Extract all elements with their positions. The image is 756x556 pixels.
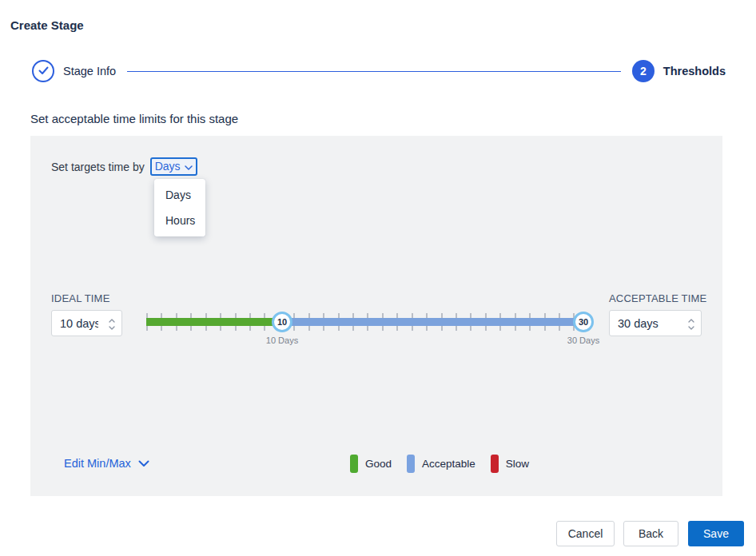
legend-item-slow: Slow xyxy=(491,455,529,473)
unit-select-value: Days xyxy=(155,160,181,173)
slider-handle-ideal-label: 10 Days xyxy=(266,336,298,345)
decrement-icon[interactable] xyxy=(109,324,115,330)
legend-label: Good xyxy=(365,458,392,470)
increment-icon[interactable] xyxy=(688,317,694,323)
chevron-down-icon xyxy=(138,457,149,470)
acceptable-time-field xyxy=(609,310,702,336)
step-stage-info[interactable]: Stage Info xyxy=(32,60,116,82)
threshold-legend: Good Acceptable Slow xyxy=(350,455,529,473)
step-label-thresholds: Thresholds xyxy=(663,65,726,77)
ideal-time-stepper xyxy=(109,317,115,330)
legend-label: Acceptable xyxy=(422,458,475,470)
edit-minmax-link[interactable]: Edit Min/Max xyxy=(64,457,149,470)
section-heading: Set acceptable time limits for this stag… xyxy=(30,112,238,125)
slider-bar-acceptable xyxy=(146,318,587,326)
unit-option-hours[interactable]: Hours xyxy=(154,208,205,233)
good-swatch xyxy=(350,455,358,473)
acceptable-time-stepper xyxy=(688,317,694,330)
ideal-time-field xyxy=(51,310,122,336)
legend-label: Slow xyxy=(506,458,529,470)
acceptable-time-label: ACCEPTABLE TIME xyxy=(609,292,706,304)
unit-option-days[interactable]: Days xyxy=(154,182,205,208)
slider-handle-acceptable-label: 30 Days xyxy=(567,336,599,345)
step-number: 2 xyxy=(640,65,647,77)
slider-bar-good xyxy=(146,318,282,326)
step-complete-circle xyxy=(32,60,54,82)
slider-handle-acceptable[interactable]: 30 xyxy=(573,312,594,332)
target-time-row: Set targets time by Days xyxy=(51,157,197,176)
stepper: Stage Info 2 Thresholds xyxy=(32,59,726,83)
cancel-button[interactable]: Cancel xyxy=(556,521,615,546)
step-label-stage-info: Stage Info xyxy=(63,65,116,77)
decrement-icon[interactable] xyxy=(688,324,694,330)
unit-select-menu: Days Hours xyxy=(154,179,205,236)
check-icon xyxy=(38,64,49,78)
thresholds-panel: Set targets time by Days Days Hours IDEA… xyxy=(30,136,722,496)
increment-icon[interactable] xyxy=(109,317,115,323)
acceptable-time-input[interactable] xyxy=(618,317,671,330)
save-button[interactable]: Save xyxy=(688,521,744,546)
ideal-time-label: IDEAL TIME xyxy=(51,292,110,304)
acceptable-swatch xyxy=(407,455,415,473)
edit-minmax-label: Edit Min/Max xyxy=(64,457,131,470)
slider-handle-ideal[interactable]: 10 xyxy=(272,312,292,332)
target-time-label: Set targets time by xyxy=(51,161,145,173)
create-stage-dialog: Create Stage Stage Info 2 Thresholds Set… xyxy=(0,0,756,556)
step-number-circle: 2 xyxy=(632,60,655,82)
back-button[interactable]: Back xyxy=(623,521,678,546)
page-title: Create Stage xyxy=(10,18,84,32)
slow-swatch xyxy=(491,455,499,473)
legend-item-acceptable: Acceptable xyxy=(407,455,475,473)
threshold-slider-track[interactable]: 10 30 10 Days 30 Days xyxy=(146,313,589,331)
chevron-down-icon xyxy=(185,160,193,173)
unit-select-trigger[interactable]: Days xyxy=(150,157,197,176)
stepper-connector-line xyxy=(127,71,621,72)
legend-item-good: Good xyxy=(350,455,392,473)
step-thresholds[interactable]: 2 Thresholds xyxy=(632,60,726,82)
ideal-time-input[interactable] xyxy=(60,317,98,330)
